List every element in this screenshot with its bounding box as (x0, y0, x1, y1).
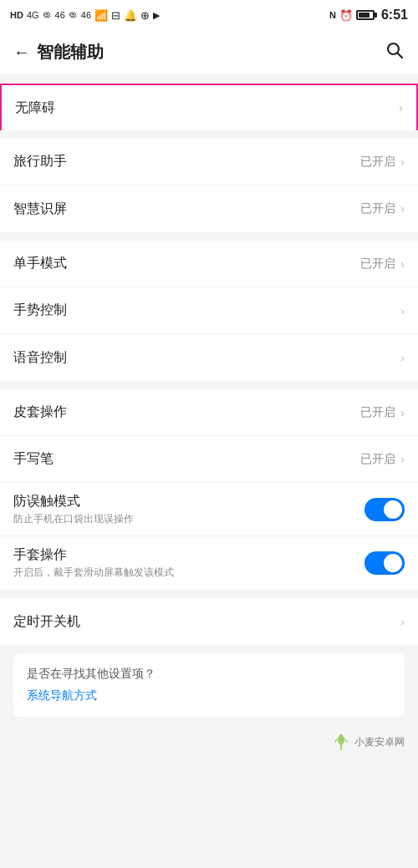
chevron-icon-travel: › (400, 155, 405, 169)
signal-bars1: ᪤ (43, 10, 52, 20)
item-left-schedule: 定时开关机 (13, 613, 400, 631)
search-button[interactable] (385, 40, 405, 65)
item-title-errortouch: 防误触模式 (13, 493, 364, 510)
item-right-smart: 已开启 › (360, 201, 405, 216)
footer-card: 是否在寻找其他设置项？ 系统导航方式 (13, 653, 405, 717)
item-title-glove: 手套操作 (13, 546, 364, 564)
section-travel: 旅行助手 已开启 › 智慧识屏 已开启 › (0, 139, 418, 232)
header: ← 智能辅助 (0, 30, 418, 75)
wifi-icon: 📶 (94, 9, 108, 22)
signal-46-2: 46 (81, 10, 91, 20)
item-left-smart: 智慧识屏 (13, 201, 360, 218)
item-subtitle-glove: 开启后，戴手套滑动屏幕触发该模式 (13, 566, 364, 580)
item-right-schedule: › (400, 615, 405, 628)
section-accessibility: 无障碍 › (0, 84, 418, 130)
settings-content: 无障碍 › 旅行助手 已开启 › 智慧识屏 已开启 › (0, 84, 418, 764)
alarm-icon: ⏰ (339, 9, 353, 22)
item-scheduled-power[interactable]: 定时开关机 › (0, 598, 418, 645)
chevron-icon-smart: › (400, 202, 405, 216)
item-right-glove (364, 551, 405, 575)
toggle-knob-errortouch (384, 500, 402, 519)
toggle-glove-mode[interactable] (364, 551, 405, 575)
toggle-knob-glove (384, 554, 402, 572)
hd-label: HD (10, 10, 23, 20)
signal-bars2: ᪤ (69, 10, 78, 20)
item-glove-mode[interactable]: 手套操作 开启后，戴手套滑动屏幕触发该模式 (0, 536, 418, 590)
item-error-touch[interactable]: 防误触模式 防止手机在口袋出现误操作 (0, 483, 418, 536)
footer-link[interactable]: 系统导航方式 (27, 688, 391, 703)
item-title-schedule: 定时开关机 (13, 613, 400, 631)
item-one-hand[interactable]: 单手模式 已开启 › (0, 241, 418, 287)
status-stylus: 已开启 (360, 452, 395, 467)
page-title: 智能辅助 (37, 41, 104, 63)
status-right: N ⏰ 6:51 (329, 8, 408, 23)
footer-question: 是否在寻找其他设置项？ (27, 667, 391, 682)
item-case-operation[interactable]: 皮套操作 已开启 › (0, 389, 418, 436)
status-smart: 已开启 (360, 201, 395, 216)
item-left-glove: 手套操作 开启后，戴手套滑动屏幕触发该模式 (13, 546, 364, 580)
item-left-voice: 语音控制 (13, 349, 400, 367)
chevron-icon-gesture: › (400, 304, 405, 317)
item-subtitle-errortouch: 防止手机在口袋出现误操作 (13, 512, 364, 526)
item-right-voice: › (400, 351, 405, 364)
item-right-travel: 已开启 › (360, 155, 405, 170)
watermark-logo: 小麦安卓网 (331, 732, 405, 752)
item-title-voice: 语音控制 (13, 349, 400, 367)
status-travel: 已开启 (360, 155, 395, 170)
status-bar: HD 4G ᪤ 46 ᪤ 46 📶 ⊟ 🔔 ⊕ ▶ N ⏰ 6:51 (0, 0, 418, 30)
item-title-accessibility: 无障碍 (15, 99, 399, 117)
item-accessibility[interactable]: 无障碍 › (0, 84, 418, 130)
signal-4g: 4G (27, 10, 39, 20)
item-left-onehand: 单手模式 (13, 255, 360, 272)
toggle-error-touch[interactable] (364, 498, 405, 521)
chevron-icon-stylus: › (400, 453, 405, 466)
status-case: 已开启 (360, 405, 395, 420)
svg-line-1 (398, 53, 403, 58)
chevron-icon-voice: › (400, 351, 405, 364)
battery-icon (356, 10, 375, 20)
time-display: 6:51 (381, 8, 408, 23)
item-smart-screen[interactable]: 智慧识屏 已开启 › (0, 185, 418, 232)
signal-46-1: 46 (55, 10, 65, 20)
item-title-smart: 智慧识屏 (13, 201, 360, 218)
item-voice-control[interactable]: 语音控制 › (0, 334, 418, 381)
chevron-icon-accessibility: › (399, 101, 403, 114)
item-gesture-control[interactable]: 手势控制 › (0, 287, 418, 334)
chevron-icon-onehand: › (400, 257, 405, 271)
item-title-case: 皮套操作 (13, 404, 360, 421)
item-left-stylus: 手写笔 (13, 450, 360, 468)
item-right-stylus: 已开启 › (360, 452, 405, 467)
item-right-gesture: › (400, 304, 405, 317)
item-stylus[interactable]: 手写笔 已开启 › (0, 436, 418, 483)
item-right-onehand: 已开启 › (360, 256, 405, 272)
status-left: HD 4G ᪤ 46 ᪤ 46 📶 ⊟ 🔔 ⊕ ▶ (10, 9, 160, 22)
chevron-icon-schedule: › (400, 615, 405, 628)
watermark: 小麦安卓网 (0, 725, 418, 764)
ringer-icon: 🔔 (124, 9, 137, 22)
chevron-icon-case: › (400, 406, 405, 419)
watermark-text: 小麦安卓网 (354, 735, 405, 749)
header-left: ← 智能辅助 (13, 41, 104, 63)
item-title-gesture: 手势控制 (13, 302, 400, 319)
item-right-errortouch (364, 498, 405, 521)
item-left-case: 皮套操作 (13, 404, 360, 421)
item-travel-assistant[interactable]: 旅行助手 已开启 › (0, 139, 418, 185)
item-left-errortouch: 防误触模式 防止手机在口袋出现误操作 (13, 493, 364, 526)
back-button[interactable]: ← (13, 43, 30, 62)
dots-icon: ⊕ (140, 9, 150, 22)
section-hardware: 皮套操作 已开启 › 手写笔 已开启 › 防误触模式 防止手机在口袋出现误操作 (0, 389, 418, 590)
arrow-icon: ▶ (153, 10, 160, 21)
item-title-onehand: 单手模式 (13, 255, 360, 272)
status-onehand: 已开启 (360, 256, 395, 272)
item-right-accessibility: › (399, 101, 403, 114)
item-title-travel: 旅行助手 (13, 153, 360, 170)
item-left-travel: 旅行助手 (13, 153, 360, 170)
item-left-gesture: 手势控制 (13, 302, 400, 319)
nfc-icon: N (329, 10, 336, 20)
section-schedule: 定时开关机 › (0, 598, 418, 645)
section-gesture: 单手模式 已开启 › 手势控制 › 语音控制 › (0, 241, 418, 381)
item-right-case: 已开启 › (360, 405, 405, 420)
item-left-accessibility: 无障碍 (15, 99, 399, 117)
item-title-stylus: 手写笔 (13, 450, 360, 468)
cast-icon: ⊟ (111, 9, 120, 22)
